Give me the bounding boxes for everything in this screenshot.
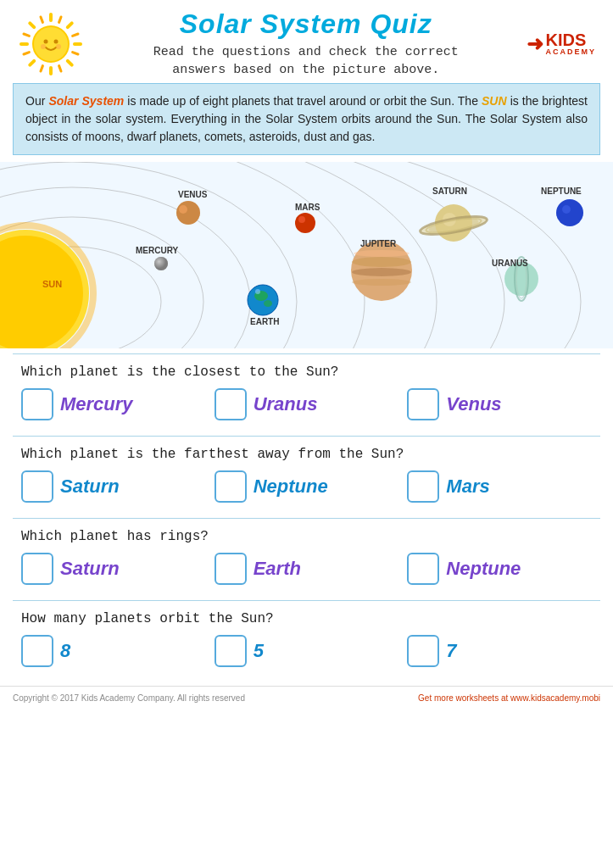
checkbox-1-1[interactable]: [21, 388, 53, 420]
logo-arrow-icon: ➜: [527, 32, 543, 56]
answer-label-1-2: Uranus: [254, 393, 318, 415]
checkbox-4-3[interactable]: [407, 635, 439, 667]
svg-point-67: [556, 199, 583, 226]
question-2-answers: Saturn Neptune Mars: [21, 470, 592, 503]
svg-point-18: [44, 39, 48, 43]
checkbox-4-1[interactable]: [21, 635, 53, 667]
answer-3-3: Neptune: [407, 553, 592, 585]
svg-line-3: [68, 60, 72, 64]
kids-academy-logo: ➜ KIDS ACADEMY: [527, 31, 596, 56]
question-1-section: Which planet is the closest to the Sun? …: [0, 359, 613, 431]
svg-line-5: [30, 60, 34, 64]
header-center: Solar System Quiz Read the questions and…: [85, 8, 527, 79]
subtitle: Read the questions and check the correct…: [85, 43, 527, 79]
question-2-text: Which planet is the farthest away from t…: [21, 447, 592, 462]
svg-text:URANUS: URANUS: [492, 259, 528, 268]
svg-line-7: [30, 23, 34, 27]
question-3-text: Which planet has rings?: [21, 529, 592, 544]
answer-2-3: Mars: [407, 470, 592, 503]
divider-1: [13, 353, 600, 354]
checkbox-3-2[interactable]: [215, 553, 247, 585]
checkbox-3-1[interactable]: [21, 553, 53, 585]
svg-point-48: [298, 216, 305, 223]
info-solar-highlight: Solar System: [48, 94, 124, 108]
answer-label-4-3: 7: [446, 640, 456, 662]
svg-point-53: [352, 279, 411, 286]
solar-system-svg: SUN MERCURY VENUS EARTH MARS JUPITER: [0, 162, 613, 348]
checkbox-2-2[interactable]: [215, 470, 247, 503]
question-1-answers: Mercury Uranus Venus: [21, 388, 592, 420]
svg-text:MARS: MARS: [295, 203, 320, 212]
svg-line-8: [59, 17, 61, 22]
svg-line-10: [73, 52, 78, 53]
svg-point-54: [354, 250, 410, 257]
answer-label-1-1: Mercury: [60, 393, 133, 415]
svg-point-20: [41, 44, 46, 49]
question-4-answers: 8 5 7: [21, 635, 592, 667]
svg-point-39: [179, 205, 187, 214]
answer-label-2-1: Saturn: [60, 476, 120, 498]
answer-label-2-2: Neptune: [254, 476, 328, 498]
svg-line-9: [73, 34, 78, 36]
svg-point-47: [295, 213, 315, 233]
svg-line-13: [24, 52, 29, 53]
answer-label-3-1: Saturn: [60, 558, 120, 580]
checkbox-1-3[interactable]: [407, 388, 439, 420]
answer-1-3: Venus: [407, 388, 592, 420]
svg-point-44: [264, 300, 272, 307]
question-3-section: Which planet has rings? Saturn Earth Nep…: [0, 524, 613, 595]
info-sun-highlight: SUN: [482, 94, 507, 108]
svg-text:SUN: SUN: [42, 279, 62, 289]
checkbox-1-2[interactable]: [215, 388, 247, 420]
svg-line-15: [41, 17, 42, 22]
svg-point-45: [255, 289, 260, 294]
svg-point-68: [562, 205, 571, 214]
svg-point-19: [54, 39, 59, 43]
answer-label-4-2: 5: [254, 640, 264, 662]
checkbox-3-3[interactable]: [407, 553, 439, 585]
svg-point-52: [352, 268, 411, 276]
question-2-section: Which planet is the farthest away from t…: [0, 442, 613, 513]
question-4-text: How many planets orbit the Sun?: [21, 611, 592, 626]
answer-label-1-3: Venus: [446, 393, 501, 415]
question-4-section: How many planets orbit the Sun? 8 5 7: [0, 606, 613, 677]
svg-point-38: [176, 201, 200, 225]
answer-label-4-1: 8: [60, 640, 70, 662]
divider-4: [13, 600, 600, 601]
checkbox-2-1[interactable]: [21, 470, 53, 503]
answer-4-2: 5: [215, 635, 399, 667]
svg-rect-22: [0, 162, 613, 348]
checkbox-2-3[interactable]: [407, 470, 439, 503]
svg-point-17: [34, 27, 68, 61]
page-title: Solar System Quiz: [85, 8, 527, 40]
footer: Copyright © 2017 Kids Academy Company. A…: [0, 686, 613, 709]
svg-text:SATURN: SATURN: [432, 186, 467, 196]
answer-1-1: Mercury: [21, 388, 206, 420]
answer-label-3-2: Earth: [254, 558, 301, 580]
svg-line-11: [59, 65, 61, 70]
header: Solar System Quiz Read the questions and…: [0, 0, 613, 83]
divider-3: [13, 518, 600, 519]
svg-line-14: [24, 34, 29, 36]
svg-text:EARTH: EARTH: [250, 317, 279, 326]
answer-label-2-3: Mars: [446, 476, 489, 498]
answer-2-2: Neptune: [215, 470, 399, 503]
question-3-answers: Saturn Earth Neptune: [21, 553, 592, 585]
checkbox-4-2[interactable]: [215, 635, 247, 667]
svg-line-12: [41, 65, 42, 70]
answer-4-1: 8: [21, 635, 206, 667]
svg-text:MERCURY: MERCURY: [136, 246, 179, 255]
divider-2: [13, 436, 600, 437]
logo-kids-text: KIDS: [545, 31, 596, 48]
svg-text:JUPITER: JUPITER: [360, 239, 397, 248]
answer-2-1: Saturn: [21, 470, 206, 503]
info-middle1: is made up of eight planets that travel …: [124, 94, 482, 108]
sun-illustration: [17, 10, 85, 78]
footer-copyright: Copyright © 2017 Kids Academy Company. A…: [13, 693, 245, 703]
logo-academy-text: ACADEMY: [545, 48, 596, 56]
svg-line-1: [68, 23, 72, 27]
answer-4-3: 7: [407, 635, 592, 667]
svg-point-21: [56, 44, 61, 49]
footer-cta: Get more worksheets at www.kidsacademy.m…: [418, 693, 600, 703]
svg-point-36: [154, 257, 168, 270]
